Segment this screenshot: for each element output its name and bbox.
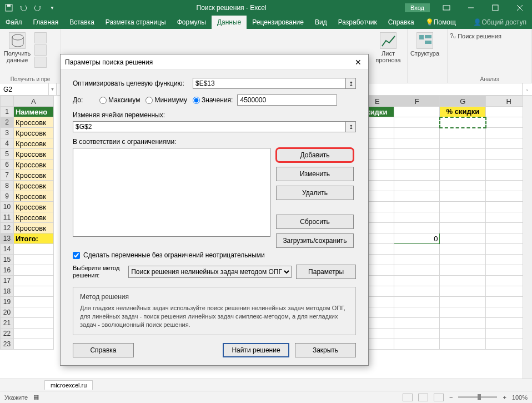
- qat-customize-icon[interactable]: ▼: [47, 2, 58, 13]
- cell[interactable]: [13, 265, 53, 276]
- row-header[interactable]: 10: [1, 202, 14, 212]
- row-header[interactable]: 3: [1, 128, 14, 138]
- cell[interactable]: [13, 286, 53, 297]
- reset-button[interactable]: Сбросить: [276, 215, 354, 229]
- from-text-icon[interactable]: [34, 32, 47, 43]
- row-header[interactable]: 5: [1, 149, 14, 160]
- cell[interactable]: [394, 265, 440, 276]
- cell[interactable]: [440, 318, 486, 329]
- active-cell[interactable]: [440, 117, 486, 128]
- cell[interactable]: [440, 233, 486, 244]
- cell[interactable]: [440, 170, 486, 181]
- dialog-close-icon[interactable]: ✕: [353, 58, 364, 67]
- row-header[interactable]: 9: [1, 191, 14, 202]
- radio-value[interactable]: Значения:: [193, 96, 233, 104]
- objective-input[interactable]: [193, 78, 346, 89]
- cell[interactable]: Кроссовк: [13, 181, 53, 191]
- delete-button[interactable]: Удалить: [276, 186, 354, 200]
- row-header[interactable]: 8: [1, 181, 14, 191]
- outline-button[interactable]: Структура: [410, 30, 440, 57]
- cell[interactable]: [440, 265, 486, 276]
- row-header[interactable]: 14: [1, 244, 14, 255]
- cell[interactable]: [440, 286, 486, 297]
- help-button[interactable]: Справка: [73, 343, 134, 357]
- row-header[interactable]: 17: [1, 276, 14, 286]
- solve-button[interactable]: Найти решение: [223, 343, 289, 357]
- view-page-layout-icon[interactable]: [418, 394, 428, 401]
- from-web-icon[interactable]: [34, 44, 47, 56]
- cell[interactable]: [394, 307, 440, 318]
- radio-min[interactable]: Минимуму: [145, 96, 187, 104]
- view-page-break-icon[interactable]: [434, 394, 444, 401]
- cell[interactable]: 0: [394, 233, 440, 244]
- tab-share[interactable]: 👤 Общий доступ: [468, 16, 532, 29]
- tab-tellme[interactable]: 💡 Помощ: [420, 16, 461, 29]
- tab-layout[interactable]: Разметка страницы: [100, 16, 172, 29]
- tab-file[interactable]: Файл: [0, 16, 28, 29]
- cell[interactable]: [440, 255, 486, 265]
- vars-input[interactable]: [73, 121, 346, 132]
- cell[interactable]: [394, 276, 440, 286]
- cell[interactable]: [394, 297, 440, 307]
- row-header[interactable]: 4: [1, 138, 14, 149]
- collapse-icon[interactable]: ↥: [346, 121, 356, 132]
- login-button[interactable]: Вход: [405, 3, 430, 12]
- cell[interactable]: Кроссовк: [13, 170, 53, 181]
- cell[interactable]: [394, 149, 440, 160]
- cell[interactable]: [394, 160, 440, 170]
- tab-view[interactable]: Вид: [309, 16, 333, 29]
- cell[interactable]: [394, 244, 440, 255]
- cell[interactable]: Кроссовк: [13, 212, 53, 223]
- cell[interactable]: Кроссовк: [13, 160, 53, 170]
- cell[interactable]: % скидки: [440, 107, 486, 117]
- row-header[interactable]: 12: [1, 223, 14, 233]
- view-normal-icon[interactable]: [403, 394, 413, 401]
- zoom-out-icon[interactable]: −: [449, 394, 453, 401]
- zoom-in-icon[interactable]: +: [503, 394, 506, 401]
- row-header[interactable]: 6: [1, 160, 14, 170]
- cell[interactable]: [394, 138, 440, 149]
- select-all-corner[interactable]: [1, 96, 14, 107]
- cell[interactable]: Кроссовк: [13, 128, 53, 138]
- row-header[interactable]: 16: [1, 265, 14, 276]
- cell[interactable]: [394, 223, 440, 233]
- row-header[interactable]: 13: [1, 233, 14, 244]
- params-button[interactable]: Параметры: [296, 265, 356, 279]
- row-header[interactable]: 2: [1, 117, 14, 128]
- col-header-a[interactable]: A: [13, 96, 53, 107]
- cell[interactable]: [440, 212, 486, 223]
- cell[interactable]: [394, 117, 440, 128]
- cell[interactable]: [394, 181, 440, 191]
- cell[interactable]: [394, 212, 440, 223]
- name-box[interactable]: G2: [0, 83, 49, 95]
- tab-help[interactable]: Справка: [383, 16, 420, 29]
- cell[interactable]: [394, 286, 440, 297]
- row-header[interactable]: 22: [1, 329, 14, 339]
- cell[interactable]: [440, 149, 486, 160]
- tab-developer[interactable]: Разработчик: [333, 16, 383, 29]
- solver-button[interactable]: ?ᵤ Поиск решения: [450, 32, 501, 39]
- cell[interactable]: [440, 329, 486, 339]
- tab-home[interactable]: Главная: [28, 16, 64, 29]
- cell[interactable]: [440, 160, 486, 170]
- value-input[interactable]: [237, 94, 337, 106]
- cell[interactable]: [13, 329, 53, 339]
- cell[interactable]: Кроссовк: [13, 223, 53, 233]
- cell[interactable]: [394, 107, 440, 117]
- cell[interactable]: [440, 276, 486, 286]
- redo-icon[interactable]: [32, 2, 43, 13]
- row-header[interactable]: 11: [1, 212, 14, 223]
- cell[interactable]: Кроссовк: [13, 138, 53, 149]
- row-header[interactable]: 20: [1, 307, 14, 318]
- vertical-scrollbar[interactable]: [523, 96, 532, 379]
- col-header-f[interactable]: F: [394, 96, 440, 107]
- cell[interactable]: [13, 318, 53, 329]
- cell[interactable]: [440, 128, 486, 138]
- cell[interactable]: [440, 307, 486, 318]
- row-header[interactable]: 1: [1, 107, 14, 117]
- tab-insert[interactable]: Вставка: [64, 16, 100, 29]
- cell[interactable]: [394, 170, 440, 181]
- cell[interactable]: [440, 223, 486, 233]
- row-header[interactable]: 21: [1, 318, 14, 329]
- cell[interactable]: [394, 191, 440, 202]
